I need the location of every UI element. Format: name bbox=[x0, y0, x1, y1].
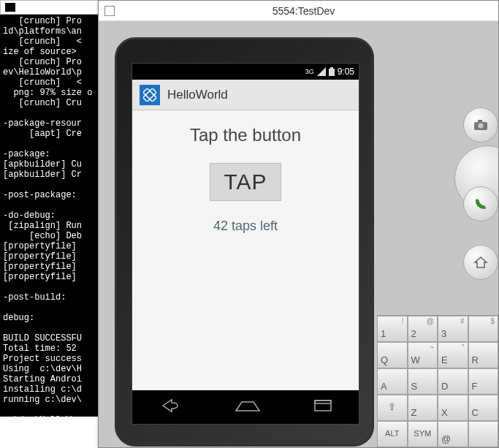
app-action-bar: HelloWorld bbox=[132, 80, 359, 110]
instruction-heading: Tap the button bbox=[190, 125, 301, 145]
key-2[interactable]: 2@ bbox=[408, 316, 438, 342]
keyboard-row-5: ALT SYM @ bbox=[377, 421, 498, 447]
tap-counter: 42 taps left bbox=[213, 219, 278, 234]
android-status-bar: 3G 9:05 bbox=[132, 64, 359, 80]
key-w[interactable]: W~ bbox=[408, 342, 438, 368]
emulator-title: 5554:TestDev bbox=[115, 5, 492, 17]
key-z[interactable]: Z bbox=[408, 395, 438, 421]
svg-rect-2 bbox=[330, 67, 333, 69]
emulator-side-controls bbox=[463, 107, 498, 280]
app-content: Tap the button TAP 42 taps left bbox=[132, 110, 359, 390]
clock-label: 9:05 bbox=[338, 67, 354, 77]
window-sys-icon bbox=[104, 6, 115, 16]
key-d[interactable]: D bbox=[438, 368, 468, 395]
key-x[interactable]: X bbox=[438, 395, 468, 421]
key-1[interactable]: 1! bbox=[377, 316, 408, 342]
svg-rect-6 bbox=[315, 400, 331, 403]
key-4[interactable]: $ bbox=[468, 316, 499, 342]
emulator-home-button[interactable] bbox=[463, 245, 498, 280]
key-blank[interactable] bbox=[468, 421, 499, 447]
key-alt[interactable]: ALT bbox=[377, 421, 408, 447]
key-r[interactable]: R bbox=[468, 342, 499, 368]
key-e[interactable]: E" bbox=[438, 342, 468, 368]
keyboard-row-1: 1! 2@ 3# $ bbox=[377, 316, 498, 342]
svg-rect-1 bbox=[329, 69, 335, 76]
emulator-titlebar[interactable]: 5554:TestDev bbox=[99, 1, 498, 21]
signal-icon bbox=[317, 67, 326, 76]
phone-screen: 3G 9:05 Hello bbox=[132, 63, 359, 425]
key-s[interactable]: S bbox=[408, 368, 438, 395]
keyboard-row-4: ⇧ Z X C bbox=[377, 395, 498, 421]
emulator-keyboard: 1! 2@ 3# $ Q W~ E" R A S D F ⇧ Z X C bbox=[377, 315, 498, 447]
key-a[interactable]: A bbox=[377, 368, 408, 395]
svg-point-9 bbox=[479, 124, 484, 129]
app-launcher-icon bbox=[140, 85, 160, 105]
battery-icon bbox=[329, 67, 335, 76]
keyboard-row-3: A S D F bbox=[377, 368, 498, 395]
key-shift[interactable]: ⇧ bbox=[377, 395, 408, 421]
key-at[interactable]: @ bbox=[438, 421, 468, 447]
phone-device-frame: 3G 9:05 Hello bbox=[115, 37, 374, 447]
nav-back-icon[interactable] bbox=[159, 398, 182, 416]
emulator-body: 3G 9:05 Hello bbox=[99, 21, 498, 447]
svg-rect-5 bbox=[315, 400, 331, 411]
android-nav-bar bbox=[132, 390, 359, 424]
nav-recent-icon[interactable] bbox=[313, 399, 332, 415]
emulator-window: 5554:TestDev 3G 9:05 bbox=[98, 0, 499, 448]
nav-home-icon[interactable] bbox=[235, 399, 261, 415]
key-f[interactable]: F bbox=[468, 368, 499, 395]
app-title: HelloWorld bbox=[167, 88, 228, 102]
key-sym[interactable]: SYM bbox=[408, 421, 438, 447]
svg-marker-0 bbox=[317, 67, 326, 76]
key-q[interactable]: Q bbox=[377, 342, 408, 368]
emulator-call-button[interactable] bbox=[463, 186, 498, 221]
keyboard-row-2: Q W~ E" R bbox=[377, 342, 498, 368]
svg-rect-8 bbox=[478, 120, 482, 123]
key-c[interactable]: C bbox=[468, 395, 499, 421]
network-3g-label: 3G bbox=[305, 69, 314, 75]
tap-button[interactable]: TAP bbox=[210, 163, 281, 201]
cmd-icon bbox=[5, 3, 15, 12]
key-3[interactable]: 3# bbox=[438, 316, 468, 342]
emulator-camera-button[interactable] bbox=[463, 107, 498, 143]
